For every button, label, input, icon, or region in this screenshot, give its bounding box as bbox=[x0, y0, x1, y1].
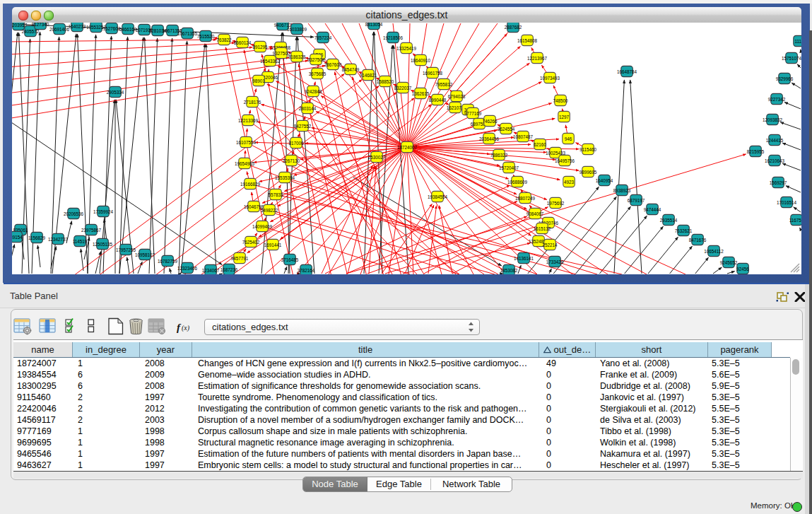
svg-text:10973493: 10973493 bbox=[540, 76, 560, 81]
svg-text:116753: 116753 bbox=[789, 218, 801, 223]
svg-text:39154: 39154 bbox=[12, 235, 23, 240]
svg-text:14136141: 14136141 bbox=[514, 256, 534, 261]
svg-text:1975692: 1975692 bbox=[547, 201, 565, 206]
svg-text:8471676: 8471676 bbox=[689, 238, 707, 243]
svg-text:2867608: 2867608 bbox=[324, 62, 342, 67]
svg-text:8454749: 8454749 bbox=[342, 67, 360, 72]
svg-text:3782164: 3782164 bbox=[298, 268, 315, 273]
svg-text:16961758: 16961758 bbox=[423, 71, 443, 76]
svg-text:1362615: 1362615 bbox=[412, 91, 430, 96]
svg-text:10025433: 10025433 bbox=[546, 151, 566, 156]
svg-text:9115460: 9115460 bbox=[579, 147, 597, 152]
svg-text:12323406: 12323406 bbox=[177, 266, 198, 271]
svg-text:19654985: 19654985 bbox=[235, 161, 255, 166]
svg-text:1453082: 1453082 bbox=[500, 268, 518, 273]
svg-text:1733426: 1733426 bbox=[546, 259, 564, 264]
svg-text:1687236: 1687236 bbox=[220, 267, 238, 272]
svg-text:16782759: 16782759 bbox=[158, 259, 178, 264]
svg-text:3624554: 3624554 bbox=[498, 127, 515, 132]
svg-text:10807487: 10807487 bbox=[513, 134, 534, 139]
svg-text:7955812: 7955812 bbox=[435, 82, 453, 87]
svg-text:1527602: 1527602 bbox=[103, 26, 121, 31]
svg-text:18807249: 18807249 bbox=[515, 196, 536, 201]
svg-text:92456: 92456 bbox=[736, 267, 749, 271]
svg-text:1615132: 1615132 bbox=[534, 226, 551, 231]
svg-text:2803144: 2803144 bbox=[299, 106, 317, 111]
svg-text:98901: 98901 bbox=[252, 78, 265, 83]
svg-text:7857224: 7857224 bbox=[314, 35, 332, 40]
svg-text:16154808: 16154808 bbox=[517, 38, 538, 43]
svg-text:3675685: 3675685 bbox=[309, 71, 326, 76]
svg-text:252214: 252214 bbox=[542, 243, 558, 247]
svg-text:10688609: 10688609 bbox=[507, 180, 528, 185]
svg-text:8427552: 8427552 bbox=[294, 124, 312, 129]
svg-text:8186328: 8186328 bbox=[288, 54, 306, 59]
svg-text:15720407: 15720407 bbox=[499, 165, 519, 170]
svg-text:17016514: 17016514 bbox=[777, 200, 797, 205]
svg-text:946: 946 bbox=[565, 136, 572, 141]
svg-text:7515520: 7515520 bbox=[197, 34, 215, 39]
svg-text:2887682: 2887682 bbox=[505, 25, 522, 30]
svg-text:13325419: 13325419 bbox=[396, 46, 417, 51]
svg-text:9474444: 9474444 bbox=[644, 207, 661, 212]
svg-text:7625402: 7625402 bbox=[242, 240, 260, 245]
svg-text:20206536: 20206536 bbox=[64, 211, 84, 216]
svg-text:1569297: 1569297 bbox=[770, 180, 787, 185]
svg-text:6879197: 6879197 bbox=[628, 198, 645, 203]
svg-text:17957255: 17957255 bbox=[116, 247, 136, 252]
svg-text:1234067: 1234067 bbox=[202, 268, 220, 273]
svg-text:12213967: 12213967 bbox=[527, 56, 548, 61]
svg-text:2935514: 2935514 bbox=[660, 218, 678, 223]
svg-text:7886322: 7886322 bbox=[490, 153, 508, 158]
svg-text:9146821: 9146821 bbox=[360, 73, 377, 78]
svg-text:9457791: 9457791 bbox=[231, 256, 249, 261]
svg-text:9227342: 9227342 bbox=[768, 97, 786, 102]
svg-text:20364456: 20364456 bbox=[479, 136, 500, 141]
svg-text:23975867: 23975867 bbox=[81, 228, 102, 233]
svg-text:17359924: 17359924 bbox=[93, 209, 114, 214]
svg-text:3716485: 3716485 bbox=[281, 257, 299, 262]
svg-text:9084067: 9084067 bbox=[526, 211, 544, 216]
svg-text:1588520: 1588520 bbox=[377, 79, 394, 84]
svg-text:8938923: 8938923 bbox=[613, 188, 631, 193]
svg-text:1621072: 1621072 bbox=[447, 105, 464, 110]
svg-text:12213369: 12213369 bbox=[238, 118, 259, 123]
svg-text:13535394: 13535394 bbox=[275, 175, 295, 180]
svg-text:2530027: 2530027 bbox=[368, 155, 386, 160]
svg-text:6466160: 6466160 bbox=[119, 27, 137, 32]
svg-text:114519: 114519 bbox=[73, 239, 88, 244]
svg-text:18640910: 18640910 bbox=[411, 58, 431, 63]
svg-text:19166829: 19166829 bbox=[240, 182, 261, 187]
svg-text:8990448: 8990448 bbox=[429, 98, 447, 103]
svg-text:4923: 4923 bbox=[564, 180, 575, 185]
svg-text:6794028: 6794028 bbox=[448, 94, 466, 99]
svg-text:9777169: 9777169 bbox=[464, 111, 482, 116]
svg-text:1640233: 1640233 bbox=[69, 24, 86, 29]
svg-text:1112: 1112 bbox=[794, 39, 801, 44]
svg-text:9329966: 9329966 bbox=[776, 76, 794, 81]
svg-text:7632621: 7632621 bbox=[675, 228, 693, 233]
svg-text:9899695: 9899695 bbox=[579, 170, 597, 175]
svg-text:5498222: 5498222 bbox=[261, 208, 278, 213]
svg-text:2718176: 2718176 bbox=[244, 100, 261, 105]
svg-text:1691441: 1691441 bbox=[264, 243, 282, 247]
svg-text:9245652: 9245652 bbox=[720, 260, 738, 265]
svg-text:18724007: 18724007 bbox=[397, 145, 418, 150]
svg-text:8322037: 8322037 bbox=[394, 86, 412, 90]
svg-text:557833: 557833 bbox=[268, 192, 283, 197]
svg-text:1156829: 1156829 bbox=[28, 235, 46, 240]
svg-text:9327508: 9327508 bbox=[307, 57, 325, 62]
svg-text:3267130: 3267130 bbox=[283, 158, 300, 163]
svg-text:16210643: 16210643 bbox=[765, 158, 785, 163]
svg-text:746266: 746266 bbox=[482, 119, 498, 124]
svg-text:2905334: 2905334 bbox=[107, 90, 124, 95]
svg-text:8215955: 8215955 bbox=[747, 149, 765, 154]
svg-text:10958107: 10958107 bbox=[135, 252, 155, 257]
svg-text:1640954: 1640954 bbox=[596, 178, 613, 183]
svg-text:8660124: 8660124 bbox=[234, 40, 252, 45]
svg-text:12505135: 12505135 bbox=[93, 242, 113, 247]
svg-text:891295: 891295 bbox=[252, 45, 268, 49]
svg-text:12093832: 12093832 bbox=[763, 117, 783, 122]
svg-text:14099469: 14099469 bbox=[252, 224, 273, 229]
svg-text:8813054: 8813054 bbox=[365, 23, 383, 27]
